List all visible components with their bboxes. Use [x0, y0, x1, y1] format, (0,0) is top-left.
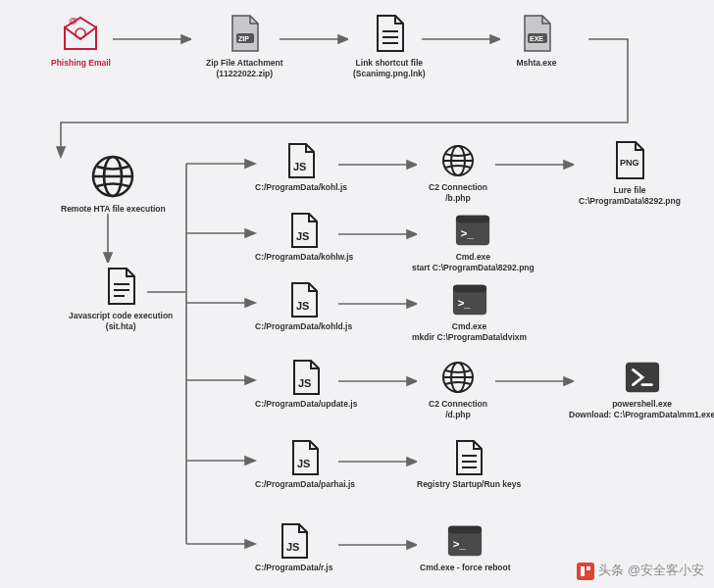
svg-marker-18	[245, 376, 255, 384]
svg-rect-83	[586, 566, 590, 570]
js-update-node: JS C:/ProgramData/update.js	[255, 359, 357, 410]
zip-icon: ZIP	[223, 12, 266, 55]
svg-text:JS: JS	[293, 161, 306, 172]
powershell-node: powershell.exe Download: C:\ProgramData\…	[569, 359, 714, 419]
js-r-node: JS C:/ProgramData/r.js	[255, 522, 332, 573]
svg-text:ZIP: ZIP	[238, 35, 249, 42]
svg-text:JS: JS	[296, 300, 309, 312]
svg-text:JS: JS	[286, 541, 299, 553]
svg-point-39	[76, 28, 85, 38]
js-file-icon: JS	[287, 359, 325, 396]
js-update-label: C:/ProgramData/update.js	[255, 399, 357, 410]
terminal-icon: >_	[451, 281, 488, 318]
cmd2-label: Cmd.exe mkdir C:\ProgramData\dvixm	[412, 321, 527, 342]
c2-b-node: C2 Connection /b.php	[429, 142, 487, 203]
svg-marker-12	[245, 160, 255, 168]
zip-node: ZIP Zip File Attachment (11222022.zip)	[206, 12, 283, 78]
globe-icon	[88, 152, 137, 201]
terminal-icon: >_	[446, 522, 484, 560]
js-exec-label: Javascript code execution (sit.hta)	[69, 311, 173, 331]
cmd2-node: >_ Cmd.exe mkdir C:\ProgramData\dvixm	[412, 281, 527, 342]
remote-hta-node: Remote HTA file execution	[61, 152, 166, 215]
svg-text:JS: JS	[297, 458, 310, 469]
svg-rect-65	[452, 285, 485, 293]
email-icon: @	[59, 12, 102, 55]
watermark: 头条 @安全客小安	[577, 562, 704, 580]
js-kohld-node: JS C:/ProgramData/kohld.js	[255, 281, 352, 332]
js-kohlw-label: C:/ProgramData/kohlw.js	[255, 252, 353, 263]
registry-label: Registry Startup/Run keys	[417, 479, 521, 490]
svg-text:PNG: PNG	[620, 158, 639, 168]
svg-marker-8	[104, 253, 112, 263]
lure-node: PNG Lure file C:\ProgramData\8292.png	[579, 139, 681, 206]
cmd3-node: >_ Cmd.exe - force reboot	[420, 522, 511, 573]
js-kohl-label: C:/ProgramData/kohl.js	[255, 182, 347, 193]
mshta-node: EXE Mshta.exe	[515, 12, 558, 69]
svg-marker-20	[245, 457, 255, 465]
js-kohl-node: JS C:/ProgramData/kohl.js	[255, 142, 347, 193]
svg-rect-79	[448, 526, 482, 534]
c2-d-label: C2 Connection /d.php	[429, 399, 487, 419]
svg-rect-81	[577, 563, 594, 580]
svg-text:JS: JS	[296, 230, 309, 242]
png-file-icon: PNG	[608, 139, 651, 182]
watermark-text: 头条 @安全客小安	[598, 563, 704, 577]
phishing-label: Phishing Email	[51, 58, 111, 69]
js-file-icon: JS	[285, 212, 323, 249]
js-exec-node: Javascript code execution (sit.hta)	[69, 265, 173, 331]
lnk-label: Link shortcut file (Scanimg.png.lnk)	[353, 58, 426, 78]
svg-marker-26	[564, 161, 574, 169]
js-kohlw-node: JS C:/ProgramData/kohlw.js	[255, 212, 353, 263]
exe-icon: EXE	[515, 12, 558, 55]
phishing-email-node: @ Phishing Email	[51, 12, 111, 69]
svg-text:>_: >_	[453, 538, 467, 550]
globe-icon	[439, 359, 477, 396]
svg-marker-22	[245, 540, 255, 548]
globe-icon	[439, 142, 477, 179]
svg-marker-36	[407, 458, 417, 466]
svg-text:EXE: EXE	[530, 35, 543, 42]
js-parhai-label: C:/ProgramData/parhai.js	[255, 479, 355, 490]
svg-text:JS: JS	[298, 377, 311, 389]
js-file-icon: JS	[285, 281, 323, 318]
svg-rect-61	[456, 216, 489, 223]
js-parhai-node: JS C:/ProgramData/parhai.js	[255, 439, 355, 490]
c2-b-label: C2 Connection /b.php	[429, 182, 487, 203]
svg-marker-14	[245, 229, 255, 237]
cmd1-node: >_ Cmd.exe start C:\ProgramData\8292.png	[412, 212, 535, 272]
svg-rect-82	[581, 566, 585, 576]
svg-text:>_: >_	[461, 227, 475, 239]
logo-icon	[577, 563, 594, 580]
svg-marker-24	[407, 161, 417, 169]
file-lines-icon	[450, 439, 487, 476]
svg-text:>_: >_	[457, 297, 471, 309]
mshta-label: Mshta.exe	[516, 58, 556, 69]
registry-node: Registry Startup/Run keys	[417, 439, 521, 490]
svg-text:@: @	[69, 16, 77, 25]
cmd1-label: Cmd.exe start C:\ProgramData\8292.png	[412, 252, 535, 272]
svg-marker-16	[245, 299, 255, 307]
svg-marker-38	[407, 541, 417, 549]
cmd3-label: Cmd.exe - force reboot	[420, 563, 511, 573]
c2-d-node: C2 Connection /d.php	[429, 359, 487, 419]
js-file-icon: JS	[276, 522, 313, 560]
svg-marker-32	[407, 377, 417, 385]
zip-label: Zip File Attachment (11222022.zip)	[206, 58, 283, 78]
terminal-icon: >_	[454, 212, 491, 249]
remote-hta-label: Remote HTA file execution	[61, 204, 166, 215]
powershell-icon	[624, 359, 661, 396]
js-kohld-label: C:/ProgramData/kohld.js	[255, 321, 352, 332]
js-r-label: C:/ProgramData/r.js	[255, 563, 332, 573]
lure-label: Lure file C:\ProgramData\8292.png	[579, 185, 681, 206]
file-lines-icon	[368, 12, 411, 55]
file-lines-icon	[99, 265, 142, 308]
js-file-icon: JS	[282, 142, 320, 179]
ps-label: powershell.exe Download: C:\ProgramData\…	[569, 399, 714, 419]
js-file-icon: JS	[286, 439, 324, 476]
lnk-node: Link shortcut file (Scanimg.png.lnk)	[353, 12, 426, 78]
